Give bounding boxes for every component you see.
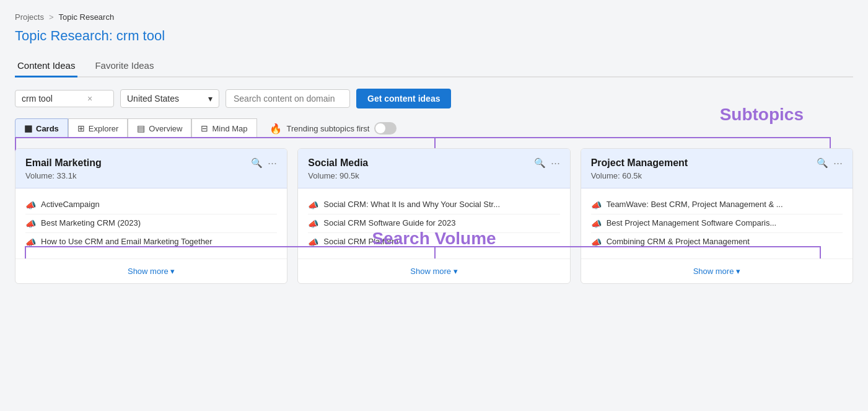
explorer-icon: ⊞ [77, 123, 85, 133]
breadcrumb-projects[interactable]: Projects [15, 12, 44, 22]
view-tab-overview-label: Overview [149, 124, 182, 133]
list-item: 📣 ActiveCampaign [25, 196, 277, 214]
card-body-project-management: 📣 TeamWave: Best CRM, Project Management… [581, 188, 853, 259]
show-more-card-1[interactable]: Show more ▾ [298, 259, 569, 283]
card-title-area-1: Social Media Volume: 90.5k [308, 157, 368, 180]
card-title-area-2: Project Management Volume: 60.5k [591, 157, 688, 180]
view-tab-cards[interactable]: ▦ Cards [15, 118, 68, 138]
card-title-project-management: Project Management [591, 157, 688, 169]
fire-icon: 🔥 [270, 123, 282, 135]
page-title: Topic Research: crm tool [15, 28, 853, 44]
megaphone-icon-0-0: 📣 [25, 200, 36, 210]
card-header-email-marketing: Email Marketing Volume: 33.1k 🔍 ⋯ [15, 149, 287, 188]
list-item: 📣 Combining CRM & Project Management [591, 233, 843, 251]
volume-line-top [25, 246, 821, 247]
card-item-text-2-0: TeamWave: Best CRM, Project Management &… [607, 200, 783, 209]
volume-line-mid [434, 246, 436, 259]
more-icon-card-0[interactable]: ⋯ [268, 157, 277, 169]
cards-icon: ▦ [24, 123, 32, 133]
card-item-text-0-0: ActiveCampaign [41, 200, 100, 209]
megaphone-icon-1-1: 📣 [308, 219, 318, 229]
volume-line-right [820, 246, 821, 259]
card-header-actions-0: 🔍 ⋯ [251, 157, 277, 169]
more-icon-card-1[interactable]: ⋯ [551, 157, 560, 169]
view-tab-overview[interactable]: ▤ Overview [128, 118, 191, 138]
tab-content-ideas[interactable]: Content Ideas [15, 55, 77, 77]
card-volume-email-marketing: Volume: 33.1k [25, 171, 102, 180]
card-item-text-1-2: Social CRM Platform [323, 237, 398, 246]
list-item: 📣 How to Use CRM and Email Marketing Tog… [25, 233, 277, 251]
subtopics-line-top [15, 137, 831, 138]
list-item: 📣 Best Marketing CRM (2023) [25, 214, 277, 233]
keyword-input-wrapper[interactable]: × [15, 90, 114, 107]
list-item: 📣 Social CRM: What It Is and Why Your So… [308, 196, 559, 214]
card-body-email-marketing: 📣 ActiveCampaign 📣 Best Marketing CRM (2… [15, 188, 287, 259]
megaphone-icon-2-0: 📣 [591, 200, 602, 210]
card-email-marketing: Email Marketing Volume: 33.1k 🔍 ⋯ 📣 Acti… [15, 148, 287, 284]
card-item-text-2-2: Combining CRM & Project Management [607, 237, 750, 246]
main-tabs: Content Ideas Favorite Ideas [15, 55, 853, 77]
card-volume-project-management: Volume: 60.5k [591, 171, 688, 180]
card-header-actions-1: 🔍 ⋯ [534, 157, 560, 169]
breadcrumb-current: Topic Research [59, 12, 115, 22]
mindmap-icon: ⊟ [201, 123, 208, 133]
card-title-area: Email Marketing Volume: 33.1k [25, 157, 102, 180]
list-item: 📣 Social CRM Software Guide for 2023 [308, 214, 559, 233]
close-icon[interactable]: × [87, 94, 92, 104]
tab-favorite-ideas[interactable]: Favorite Ideas [92, 55, 156, 77]
get-ideas-button[interactable]: Get content ideas [356, 89, 451, 108]
view-tab-explorer-label: Explorer [89, 124, 118, 133]
trending-label: Trending subtopics first [287, 124, 370, 133]
megaphone-icon-0-1: 📣 [25, 219, 36, 229]
search-icon-card-0[interactable]: 🔍 [251, 157, 263, 169]
trending-row: 🔥 Trending subtopics first [270, 122, 397, 135]
keyword-input[interactable] [22, 94, 84, 104]
view-tab-mindmap-label: Mind Map [212, 124, 247, 133]
card-social-media: Social Media Volume: 90.5k 🔍 ⋯ 📣 Social … [297, 148, 570, 284]
trending-toggle[interactable] [374, 122, 397, 135]
search-icon-card-1[interactable]: 🔍 [534, 157, 546, 169]
card-header-actions-2: 🔍 ⋯ [817, 157, 843, 169]
breadcrumb: Projects > Topic Research [15, 12, 853, 22]
view-tab-mindmap[interactable]: ⊟ Mind Map [191, 118, 256, 138]
page-title-keyword: crm tool [116, 28, 165, 43]
more-icon-card-2[interactable]: ⋯ [833, 157, 843, 169]
overview-icon: ▤ [137, 123, 145, 133]
card-volume-social-media: Volume: 90.5k [308, 171, 368, 180]
card-header-social-media: Social Media Volume: 90.5k 🔍 ⋯ [298, 149, 569, 188]
domain-search-input[interactable] [226, 89, 350, 108]
card-item-text-2-1: Best Project Management Software Compari… [607, 218, 777, 228]
card-item-text-0-1: Best Marketing CRM (2023) [41, 218, 141, 228]
country-select[interactable]: United States ▾ [120, 89, 219, 108]
breadcrumb-separator: > [49, 12, 54, 22]
card-item-text-0-2: How to Use CRM and Email Marketing Toget… [41, 237, 213, 246]
megaphone-icon-2-1: 📣 [591, 219, 602, 229]
chevron-down-icon: ▾ [208, 94, 213, 104]
list-item: 📣 TeamWave: Best CRM, Project Management… [591, 196, 843, 214]
country-value: United States [127, 94, 179, 104]
card-item-text-1-0: Social CRM: What It Is and Why Your Soci… [323, 200, 500, 209]
show-more-card-2[interactable]: Show more ▾ [581, 259, 853, 283]
view-tab-explorer[interactable]: ⊞ Explorer [68, 118, 128, 138]
card-project-management: Project Management Volume: 60.5k 🔍 ⋯ 📣 T… [581, 148, 853, 284]
volume-line-left [25, 246, 26, 259]
cards-grid: Search Volume Email Marketing Volume: 33… [15, 148, 853, 284]
controls-row: × United States ▾ Get content ideas [15, 89, 853, 108]
list-item: 📣 Best Project Management Software Compa… [591, 214, 843, 233]
show-more-card-0[interactable]: Show more ▾ [15, 259, 287, 283]
cards-wrapper: Subtopics 🔥 Search Volume Email Mark [15, 148, 853, 284]
search-icon-card-2[interactable]: 🔍 [817, 157, 828, 169]
megaphone-icon-1-0: 📣 [308, 200, 318, 210]
card-title-social-media: Social Media [308, 157, 368, 169]
page-container: Projects > Topic Research Topic Research… [0, 0, 868, 411]
card-header-project-management: Project Management Volume: 60.5k 🔍 ⋯ [581, 149, 853, 188]
view-tab-cards-label: Cards [36, 124, 59, 133]
view-tabs-row: ▦ Cards ⊞ Explorer ▤ Overview ⊟ Mind Map… [15, 118, 853, 138]
page-title-prefix: Topic Research: [15, 28, 116, 43]
card-title-email-marketing: Email Marketing [25, 157, 102, 169]
card-item-text-1-1: Social CRM Software Guide for 2023 [323, 218, 455, 228]
